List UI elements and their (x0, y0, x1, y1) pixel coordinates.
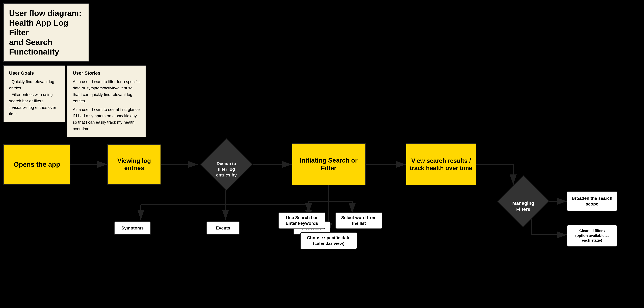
user-goal-1: - Quickly find relevant log entries (9, 78, 60, 92)
user-goals-content: - Quickly find relevant log entries - Fi… (9, 78, 60, 117)
user-story-1: As a user, I want to filter for a specif… (73, 78, 140, 104)
user-goals-heading: User Goals (9, 70, 60, 76)
viewing-log-box: Viewing log entries (107, 144, 161, 184)
view-results-box: View search results / track health over … (406, 144, 476, 185)
user-stories-heading: User Stories (73, 70, 140, 76)
initiating-search-box: Initiating Search or Filter (292, 144, 366, 185)
user-goal-2: - Filter entries with using search bar o… (9, 92, 60, 104)
opens-app-box: Opens the app (3, 144, 70, 184)
broaden-search-box: Broaden the search scope (567, 191, 617, 211)
user-goals-box: User Goals - Quickly find relevant log e… (3, 66, 66, 122)
title-box: User flow diagram: Health App Log Filter… (3, 3, 89, 62)
clear-filters-box: Clear all filters (option available at e… (567, 225, 617, 246)
select-word-box: Select word from the list (336, 212, 382, 229)
use-search-bar-box: Use Search bar Enter keywords (278, 212, 325, 229)
flow-diagram: Opens the app Viewing log entries Decide… (0, 118, 644, 308)
user-goal-3: - Visualize log entries over time (9, 104, 60, 117)
events-box: Events (206, 222, 240, 235)
page-title: User flow diagram: Health App Log Filter… (9, 8, 83, 57)
symptoms-box: Symptoms (114, 222, 151, 235)
choose-date-box: Choose specific date (calendar view) (300, 232, 357, 249)
